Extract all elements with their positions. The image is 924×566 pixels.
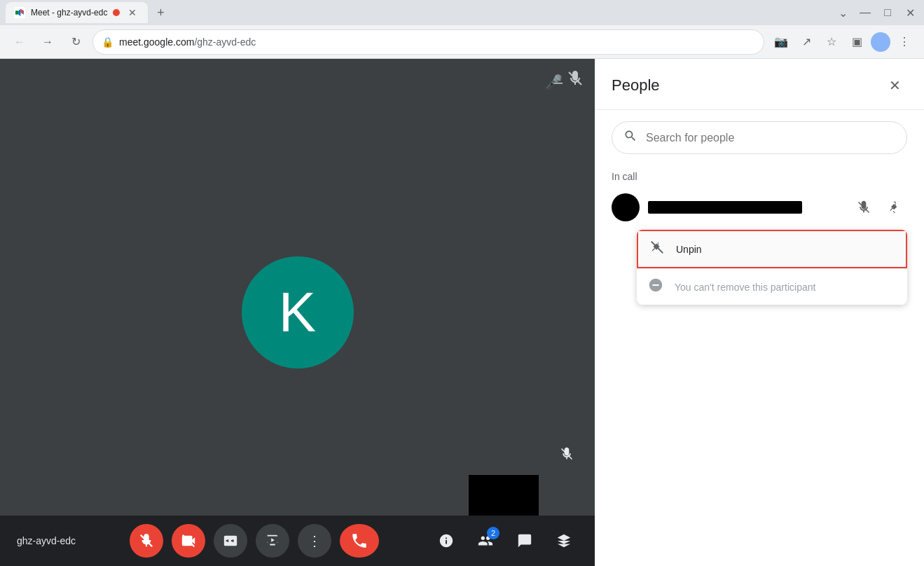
mute-btn[interactable]: [130, 524, 163, 558]
controls-right: 2: [432, 527, 578, 555]
participant-row-actions: [851, 195, 907, 220]
unpin-icon: [649, 240, 665, 258]
controls-center: ⋮: [130, 524, 379, 558]
participant-row: Unpin You can't remove this participant: [595, 188, 924, 227]
search-icon: [623, 129, 637, 146]
search-container: [595, 110, 924, 165]
avatar-letter: K: [279, 280, 316, 345]
participant-pin-btn[interactable]: [882, 195, 907, 220]
participant-avatar: [612, 193, 640, 221]
profile-avatar[interactable]: [871, 32, 890, 52]
more-options-btn[interactable]: ⋮: [298, 524, 331, 558]
in-call-label: In call: [595, 165, 924, 188]
browser-chrome: Meet - ghz-ayvd-edc ✕ + ⌄ — □ ✕ ← → ↻ 🔒 …: [0, 0, 924, 59]
chat-btn[interactable]: [511, 527, 539, 555]
bookmark-btn[interactable]: ☆: [820, 31, 843, 53]
remove-disabled-label: You can't remove this participant: [675, 282, 815, 293]
bottom-toolbar: ghz-ayvd-edc: [0, 516, 595, 566]
url-text: meet.google.com/ghz-ayvd-edc: [119, 36, 755, 48]
menu-btn[interactable]: ⋮: [893, 31, 916, 53]
remove-disabled-icon: [648, 277, 663, 296]
lock-icon: 🔒: [102, 36, 113, 48]
url-domain: meet.google.com: [119, 36, 194, 48]
unpin-label: Unpin: [676, 244, 702, 255]
dropdown-menu: Unpin You can't remove this participant: [637, 230, 907, 305]
unpin-btn[interactable]: Unpin: [637, 230, 907, 268]
tab-record-dot: [113, 9, 120, 16]
restore-btn[interactable]: □: [879, 4, 896, 21]
main-mute-badge: 🎤̶: [545, 70, 584, 90]
panel-header: People ✕: [595, 59, 924, 110]
cast-btn[interactable]: 📷: [770, 31, 792, 53]
camera-btn[interactable]: [172, 524, 205, 558]
captions-btn[interactable]: [214, 524, 247, 558]
share-btn[interactable]: ↗: [795, 31, 818, 53]
main-participant-avatar: K: [242, 256, 354, 368]
tab-close-btn[interactable]: ✕: [125, 6, 139, 20]
browser-toolbar: ← → ↻ 🔒 meet.google.com/ghz-ayvd-edc 📷 ↗…: [0, 25, 924, 59]
self-mute-icon: [560, 447, 574, 464]
people-panel: People ✕ In call: [595, 59, 924, 566]
back-btn[interactable]: ←: [8, 31, 31, 53]
activities-btn[interactable]: [550, 527, 578, 555]
present-btn[interactable]: [256, 524, 289, 558]
search-input[interactable]: [646, 132, 895, 144]
people-btn[interactable]: 2: [471, 527, 499, 555]
tab-favicon: [14, 7, 25, 18]
people-badge: 2: [487, 527, 499, 539]
participant-name-blurred: [648, 201, 802, 214]
close-window-btn[interactable]: ✕: [902, 4, 918, 21]
participant-info: [648, 201, 843, 214]
participant-mute-btn[interactable]: [851, 195, 876, 220]
toolbar-actions: 📷 ↗ ☆ ▣ ⋮: [770, 31, 916, 53]
panel-title: People: [612, 76, 660, 95]
minimize-btn[interactable]: ⌄: [834, 4, 851, 21]
window-controls: ⌄ — □ ✕: [834, 4, 918, 21]
video-area: 🎤̶ K: [0, 59, 595, 566]
main-content: 🎤̶ K: [0, 59, 924, 566]
address-bar[interactable]: 🔒 meet.google.com/ghz-ayvd-edc: [92, 29, 764, 55]
panel-close-btn[interactable]: ✕: [882, 73, 907, 98]
maximize-btn[interactable]: —: [857, 4, 874, 21]
reload-btn[interactable]: ↻: [64, 31, 87, 53]
info-btn[interactable]: [432, 527, 460, 555]
browser-tab[interactable]: Meet - ghz-ayvd-edc ✕: [6, 2, 148, 23]
url-path: /ghz-ayvd-edc: [194, 36, 256, 48]
browser-titlebar: Meet - ghz-ayvd-edc ✕ + ⌄ — □ ✕: [0, 0, 924, 25]
tab-add-btn[interactable]: +: [151, 3, 170, 22]
search-box: [612, 121, 907, 154]
end-call-btn[interactable]: [340, 524, 379, 558]
split-screen-btn[interactable]: ▣: [846, 31, 868, 53]
remove-disabled-item: You can't remove this participant: [637, 269, 907, 305]
svg-line-6: [651, 242, 663, 254]
tab-title: Meet - ghz-ayvd-edc: [31, 8, 107, 18]
forward-btn[interactable]: →: [36, 31, 59, 53]
meeting-code: ghz-ayvd-edc: [17, 535, 76, 546]
